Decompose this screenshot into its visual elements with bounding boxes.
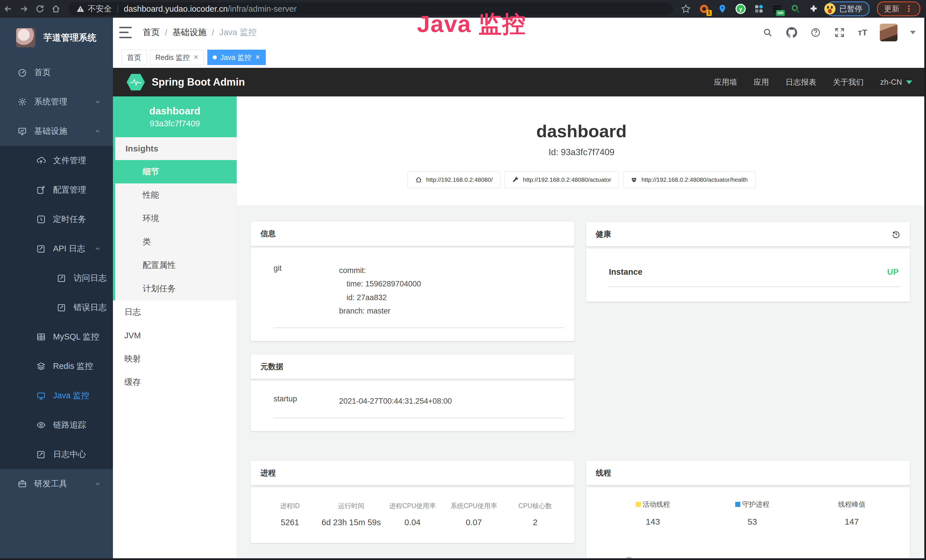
nav-item-jvm[interactable]: JVM xyxy=(113,324,237,347)
app-logo-row[interactable]: 芋道管理系统 xyxy=(0,18,113,58)
hamburger-icon[interactable] xyxy=(119,25,132,40)
sidebar-item-home[interactable]: 首页 xyxy=(0,58,113,87)
health-card-header: 健康 xyxy=(586,222,910,247)
sidebar-item-infra[interactable]: 基础设施 xyxy=(0,117,113,146)
search-icon[interactable] xyxy=(762,27,773,38)
spring-boot-admin-logo[interactable] xyxy=(127,74,145,91)
edit-square-icon xyxy=(57,303,66,312)
browser-back-icon[interactable] xyxy=(0,1,16,17)
insights-group-label: Insights xyxy=(115,137,237,160)
user-avatar[interactable] xyxy=(880,24,897,41)
annotation-java-monitor: Java 监控 xyxy=(417,9,526,40)
breadcrumb-infra[interactable]: 基础设施 xyxy=(172,27,206,38)
info-card: 信息 git commit: time: 1596289704000 id: 2… xyxy=(251,221,574,341)
language-selector[interactable]: zh-CN xyxy=(880,78,912,87)
sidebar-item-tracing[interactable]: 链路追踪 xyxy=(0,410,113,440)
page-url[interactable]: dashboard.yudao.iocoder.cn/infra/admin-s… xyxy=(124,4,297,14)
sidebar-item-file-management[interactable]: 文件管理 xyxy=(0,146,113,175)
sidebar-item-config-management[interactable]: 配置管理 xyxy=(0,175,113,204)
sidebar-item-log-center[interactable]: 日志中心 xyxy=(0,440,113,469)
sidebar-item-api-log[interactable]: API 日志 xyxy=(0,234,113,263)
tab-paused-chip[interactable]: 已暂停 xyxy=(826,2,870,16)
row-divider xyxy=(609,286,900,287)
briefcase-icon xyxy=(18,479,27,488)
sidebar-item-dev-tools[interactable]: 研发工具 xyxy=(0,469,113,498)
service-url-link[interactable]: http://192.168.0.2:48080/ xyxy=(407,171,501,188)
sba-nav: 应用墙 应用 日志报表 关于我们 zh-CN xyxy=(714,77,912,87)
info-row-git: git commit: time: 1596289704000 id: 27aa… xyxy=(251,248,574,318)
close-icon[interactable]: ✕ xyxy=(255,54,260,61)
nav-item-classes[interactable]: 类 xyxy=(115,230,237,254)
sidebar-item-redis-monitor[interactable]: Redis 监控 xyxy=(0,351,113,381)
process-col-cpus: CPU核心数 2 xyxy=(504,501,566,527)
breadcrumb-home[interactable]: 首页 xyxy=(142,27,160,38)
sba-nav-applications[interactable]: 应用 xyxy=(754,77,769,87)
sidebar-item-java-monitor[interactable]: Java 监控 xyxy=(0,381,113,410)
instance-header[interactable]: dashboard 93a3fc7f7409 xyxy=(113,97,237,137)
nav-item-details[interactable]: 细节 xyxy=(113,160,237,183)
extensions-puzzle-icon[interactable] xyxy=(808,3,819,14)
sba-nav-about[interactable]: 关于我们 xyxy=(833,77,864,87)
sidebar-item-access-log[interactable]: 访问日志 xyxy=(0,263,113,293)
sba-title[interactable]: Spring Boot Admin xyxy=(152,76,245,88)
tab-java-monitor[interactable]: Java 监控 ✕ xyxy=(207,50,265,65)
browser-update-button[interactable]: 更新 ⋮ xyxy=(877,2,920,16)
help-icon[interactable] xyxy=(810,27,822,38)
fullscreen-icon[interactable] xyxy=(834,27,845,38)
browser-reload-icon[interactable] xyxy=(32,1,48,17)
sba-nav-wallboard[interactable]: 应用墙 xyxy=(714,77,737,87)
address-bar[interactable]: 不安全 dashboard.yudao.iocoder.cn/infra/adm… xyxy=(68,2,673,15)
threads-card-body: 活动线程 143 守护进程 53 线程峰值 147 xyxy=(586,487,910,560)
avatar-caret-icon[interactable] xyxy=(910,31,916,34)
nav-item-scheduled-tasks[interactable]: 计划任务 xyxy=(115,277,237,300)
extension-icon-switch[interactable]: on xyxy=(772,3,782,14)
nav-item-mappings[interactable]: 映射 xyxy=(113,347,237,371)
edit-square-icon xyxy=(57,274,66,283)
nav-item-caches[interactable]: 缓存 xyxy=(113,371,237,394)
extension-badge: 1 xyxy=(707,10,712,16)
font-size-icon[interactable]: тT xyxy=(858,28,867,37)
instance-nav-bottom: 日志 JVM 映射 缓存 xyxy=(113,300,237,394)
app-title: 芋道管理系统 xyxy=(43,32,96,44)
legend-peak-threads: 线程峰值 147 xyxy=(802,500,902,527)
update-label: 更新 xyxy=(884,4,899,14)
infra-submenu: 文件管理 配置管理 定时任务 API 日志 xyxy=(0,146,113,469)
history-icon[interactable] xyxy=(892,230,900,239)
health-url-link[interactable]: http://192.168.0.2:48080/actuator/health xyxy=(623,171,755,188)
sidebar-item-error-log[interactable]: 错误日志 xyxy=(0,293,113,322)
nav-item-environment[interactable]: 环境 xyxy=(115,207,237,230)
legend-yellow-swatch xyxy=(635,502,641,507)
extension-icon-colorpicker[interactable]: 1 xyxy=(699,3,710,14)
not-secure-label: 不安全 xyxy=(88,3,112,14)
sidebar-item-scheduled-jobs[interactable]: 定时任务 xyxy=(0,204,113,234)
extension-icon-pin[interactable] xyxy=(717,3,728,14)
extension-icon-green-y[interactable]: y xyxy=(735,3,746,14)
process-col-pid: 进程ID 5261 xyxy=(259,501,321,527)
sidebar-menu: 首页 系统管理 基础设施 文件管理 xyxy=(0,58,113,560)
sba-nav-journal[interactable]: 日志报表 xyxy=(785,77,816,87)
site-security-chip[interactable]: 不安全 xyxy=(76,3,112,14)
browser-extensions-area: 1 y on 已暂停 xyxy=(681,2,926,16)
sidebar-item-system[interactable]: 系统管理 xyxy=(0,87,113,117)
extension-icon-magnifier[interactable] xyxy=(790,3,801,14)
browser-home-icon[interactable] xyxy=(48,1,64,17)
close-icon[interactable]: ✕ xyxy=(194,54,198,61)
github-icon[interactable] xyxy=(786,27,797,38)
sidebar-item-mysql-monitor[interactable]: MySQL 监控 xyxy=(0,322,113,351)
actuator-url-link[interactable]: http://192.168.0.2:48080/actuator xyxy=(504,171,619,188)
tags-view-bar: 首页 Redis 监控 ✕ Java 监控 ✕ xyxy=(113,47,926,68)
warning-icon xyxy=(76,5,85,13)
row-divider xyxy=(274,327,564,328)
nav-item-logs[interactable]: 日志 xyxy=(113,300,237,324)
extension-icon-grid[interactable] xyxy=(754,3,764,14)
nav-item-config-props[interactable]: 配置属性 xyxy=(115,254,237,277)
app-window: 芋道管理系统 首页 系统管理 基础设施 xyxy=(0,18,926,560)
browser-forward-icon[interactable] xyxy=(16,1,32,17)
sba-body: dashboard 93a3fc7f7409 Insights 细节 性能 环境… xyxy=(113,97,926,560)
tab-redis-monitor[interactable]: Redis 监控 ✕ xyxy=(150,50,204,65)
process-card-body: 进程ID 5261 运行时间 6d 23h 15m 59s 进程CPU使用率 0… xyxy=(251,487,574,543)
nav-item-metrics[interactable]: 性能 xyxy=(115,183,237,207)
bookmark-star-icon[interactable] xyxy=(681,3,691,14)
tab-home[interactable]: 首页 xyxy=(121,50,147,65)
browser-menu-icon[interactable]: ⋮ xyxy=(905,6,913,11)
